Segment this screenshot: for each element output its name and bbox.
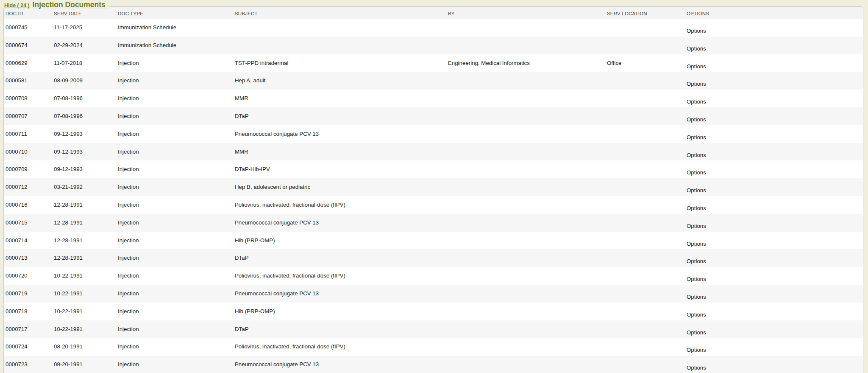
doc-id-cell: 0000711 [4,125,52,143]
row-options-button[interactable]: Options [687,81,706,87]
sort-link-options[interactable]: OPTIONS [687,11,709,16]
options-cell: Options [685,285,863,303]
serv-location-cell [605,36,685,54]
doc-type-cell: Injection [116,338,233,356]
row-options-button[interactable]: Options [687,187,706,194]
row-options-button[interactable]: Options [687,28,706,34]
row-options-button[interactable]: Options [687,347,706,353]
subject-cell: Hib (PRP-OMP) [233,303,446,320]
subject-cell: Pneumococcal conjugate PCV 13 [233,356,446,373]
serv-location-cell [605,19,685,36]
doc-type-cell: Injection [116,107,233,125]
serv-date-cell: 03-21-1992 [52,178,116,196]
table-row: 0000720 10-22-1991 Injection Poliovirus,… [4,267,863,285]
table-row: 0000581 08-09-2009 Injection Hep A, adul… [4,72,863,90]
options-cell: Options [685,320,863,338]
row-options-button[interactable]: Options [687,152,706,158]
serv-date-cell: 10-22-1991 [52,267,116,285]
table-row: 0000674 02-29-2024 Immunization Schedule… [4,36,863,54]
doc-id-cell: 0000723 [4,356,52,373]
doc-type-cell: Injection [116,356,233,373]
doc-id-cell: 0000714 [4,232,52,250]
doc-id-cell: 0000718 [4,303,52,320]
row-options-button[interactable]: Options [687,329,706,336]
row-options-button[interactable]: Options [687,258,706,264]
table-row: 0000707 07-08-1996 Injection DTaP Option… [4,107,863,125]
row-options-button[interactable]: Options [687,134,706,140]
row-options-button[interactable]: Options [687,45,706,52]
serv-date-cell: 11-17-2025 [52,19,116,36]
row-options-button[interactable]: Options [687,365,706,371]
row-options-button[interactable]: Options [687,311,706,318]
row-options-button[interactable]: Options [687,223,706,229]
options-cell: Options [685,249,863,267]
subject-cell [233,19,446,36]
doc-id-cell: 0000724 [4,338,52,356]
table-row: 0000711 09-12-1993 Injection Pneumococca… [4,125,863,143]
doc-type-cell: Injection [116,320,233,338]
serv-date-cell: 07-08-1996 [52,90,116,107]
table-row: 0000708 07-08-1996 Injection MMR Options [4,90,863,107]
row-options-button[interactable]: Options [687,116,706,123]
options-cell: Options [685,107,863,125]
serv-location-cell [605,267,685,285]
doc-id-cell: 0000707 [4,107,52,125]
sort-link-subject[interactable]: SUBJECT [235,11,258,16]
table-row: 0000715 12-28-1991 Injection Pneumococca… [4,214,863,232]
row-options-button[interactable]: Options [687,169,706,176]
serv-date-cell: 02-29-2024 [52,36,116,54]
doc-type-cell: Immunization Schedule [116,19,233,36]
row-options-button[interactable]: Options [687,276,706,282]
by-cell [446,36,605,54]
sort-link-doc-id[interactable]: DOC ID [6,11,23,16]
sort-link-serv-date[interactable]: SERV DATE [54,11,82,16]
row-options-button[interactable]: Options [687,241,706,247]
sort-link-doc-type[interactable]: DOC TYPE [118,11,143,16]
doc-id-cell: 0000719 [4,285,52,303]
column-header-by: BY [446,7,605,19]
serv-location-cell [605,285,685,303]
table-row: 0000745 11-17-2025 Immunization Schedule… [4,19,863,36]
serv-date-cell: 09-12-1993 [52,143,116,161]
serv-location-cell [605,125,685,143]
serv-date-cell: 11-07-2018 [52,54,116,72]
options-cell: Options [685,232,863,250]
options-cell: Options [685,90,863,107]
subject-cell: MMR [233,143,446,161]
serv-location-cell [605,214,685,232]
serv-date-cell: 12-28-1991 [52,196,116,214]
documents-table: DOC ID SERV DATE DOC TYPE SUBJECT BY SER… [4,7,863,373]
table-row: 0000724 08-20-1991 Injection Poliovirus,… [4,338,863,356]
sort-link-by[interactable]: BY [448,11,455,16]
sort-link-serv-location[interactable]: SERV LOCATION [607,11,647,16]
hide-toggle-link[interactable]: Hide ( 24 ) [4,3,30,8]
column-header-doc-type: DOC TYPE [116,7,233,19]
doc-type-cell: Immunization Schedule [116,36,233,54]
serv-location-cell [605,249,685,267]
serv-location-cell: Office [605,54,685,72]
row-options-button[interactable]: Options [687,98,706,105]
doc-type-cell: Injection [116,303,233,320]
serv-date-cell: 09-12-1993 [52,160,116,178]
row-options-button[interactable]: Options [687,294,706,300]
doc-type-cell: Injection [116,249,233,267]
row-options-button[interactable]: Options [687,205,706,211]
doc-type-cell: Injection [116,125,233,143]
table-row: 0000716 12-28-1991 Injection Poliovirus,… [4,196,863,214]
doc-type-cell: Injection [116,267,233,285]
table-row: 0000712 03-21-1992 Injection Hep B, adol… [4,178,863,196]
by-cell [446,143,605,161]
subject-cell: Poliovirus, inactivated, fractional-dose… [233,338,446,356]
table-row: 0000710 09-12-1993 Injection MMR Options [4,143,863,161]
options-cell: Options [685,267,863,285]
by-cell [446,249,605,267]
by-cell [446,19,605,36]
row-options-button[interactable]: Options [687,63,706,70]
by-cell [446,232,605,250]
options-cell: Options [685,19,863,36]
doc-type-cell: Injection [116,285,233,303]
doc-id-cell: 0000745 [4,19,52,36]
by-cell [446,196,605,214]
options-cell: Options [685,160,863,178]
options-cell: Options [685,338,863,356]
